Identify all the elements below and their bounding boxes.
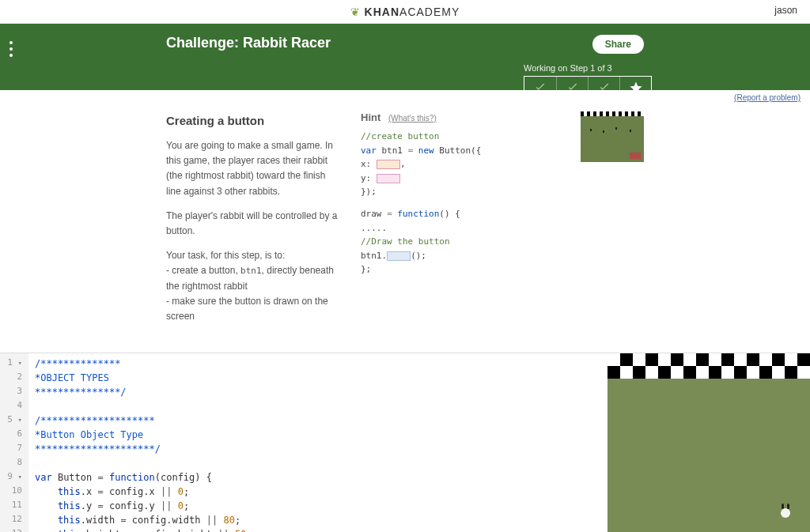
challenge-banner: Challenge: Rabbit Racer Share Working on… [0, 24, 810, 90]
challenge-title: Challenge: Rabbit Racer [166, 35, 644, 51]
hint-blank-draw[interactable] [387, 251, 411, 261]
output-canvas[interactable] [608, 353, 810, 532]
editor-area: 1 ▾234 5 ▾678 9 ▾10111213141516171819 20… [0, 353, 810, 532]
report-problem: (Report a problem) [0, 90, 810, 105]
rabbit-icon [615, 127, 617, 130]
hint-column: Hint (What's this?) //create button var … [361, 111, 558, 334]
code-lines[interactable]: /************** *OBJECT TYPES **********… [28, 353, 608, 532]
user-menu[interactable]: jason [774, 5, 797, 16]
hint-code: //create button var btn1 = new Button({ … [361, 130, 558, 277]
topbar: ❦ KHANACADEMY jason [0, 0, 810, 24]
star-icon [629, 81, 643, 95]
preview-column [581, 111, 644, 334]
step-label: Working on Step 1 of 3 [524, 63, 652, 73]
hint-blank-y[interactable] [377, 174, 400, 183]
finish-line-canvas [608, 353, 810, 379]
step-indicator: Working on Step 1 of 3 [524, 63, 652, 100]
instructions-heading: Creating a button [166, 111, 339, 130]
instructions-text: Creating a button You are going to make … [166, 111, 339, 334]
leaf-icon: ❦ [350, 6, 361, 18]
rabbit-icon [590, 129, 592, 131]
instructions-p1: You are going to make a small game. In t… [166, 138, 339, 199]
steps [524, 76, 652, 100]
instructions-p2: The player's rabbit will be controlled b… [166, 209, 339, 239]
line-gutter: 1 ▾234 5 ▾678 9 ▾10111213141516171819 20… [0, 353, 28, 532]
check-icon [533, 81, 547, 95]
rabbit-icon [603, 130, 604, 133]
rabbit-sprite [780, 504, 791, 518]
button-preview [630, 153, 641, 159]
hint-whats-link[interactable]: (What's this?) [388, 114, 437, 123]
step-3[interactable] [588, 77, 619, 99]
logo-bold: KHAN [365, 6, 399, 18]
logo-light: ACADEMY [399, 6, 460, 18]
preview-thumb [581, 111, 644, 162]
check-icon [566, 81, 580, 95]
step-final[interactable] [619, 77, 651, 99]
check-icon [597, 81, 611, 95]
rabbit-icon [630, 130, 631, 132]
hint-blank-x[interactable] [377, 160, 400, 169]
share-button[interactable]: Share [592, 35, 644, 54]
instructions-task: Your task, for this step, is to: - creat… [166, 248, 339, 324]
step-1[interactable] [524, 77, 556, 99]
hint-title: Hint [361, 111, 380, 123]
code-editor[interactable]: 1 ▾234 5 ▾678 9 ▾10111213141516171819 20… [0, 353, 608, 532]
logo[interactable]: ❦ KHANACADEMY [350, 6, 460, 18]
report-link[interactable]: (Report a problem) [734, 93, 801, 102]
step-2[interactable] [556, 77, 588, 99]
instructions-panel: Creating a button You are going to make … [0, 105, 810, 353]
menu-icon[interactable] [9, 41, 13, 57]
finish-line [581, 111, 644, 116]
